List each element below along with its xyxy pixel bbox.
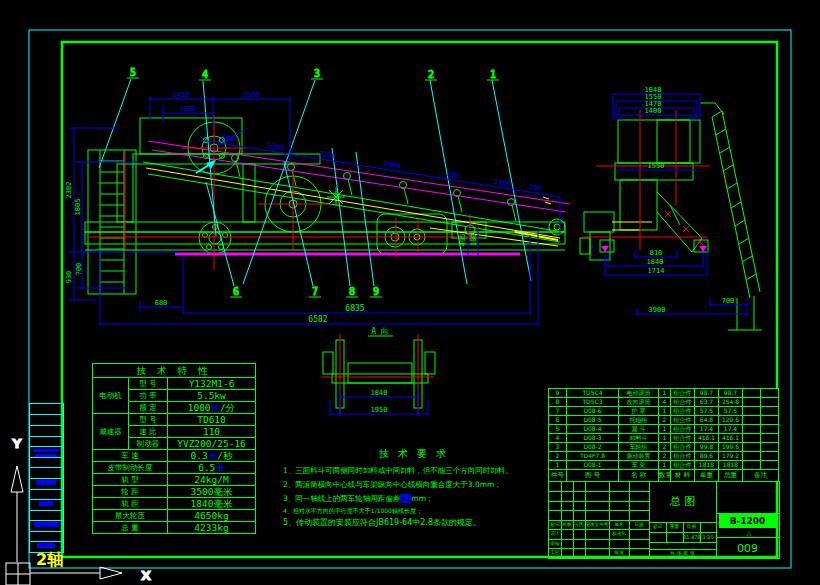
bom-cell: 89.6 bbox=[695, 452, 719, 461]
dim-label: 6582 bbox=[308, 315, 327, 324]
model-number[interactable]: B-1200 bbox=[719, 514, 776, 528]
bom-cell: TD4F7.8 bbox=[567, 452, 619, 461]
bom-cell: 2 bbox=[549, 452, 567, 461]
spec-label: 轨 型 bbox=[93, 474, 168, 486]
revision-mark: △ bbox=[739, 529, 759, 536]
bom-cell bbox=[761, 398, 779, 407]
tech-requirement-item: 4、相对水平方向的平行度不大于1/1000轴线长度； bbox=[283, 506, 545, 516]
tech-requirement-item: 5、传动装置的安装应符合JB619-64中2.8条款的规定。 bbox=[283, 516, 545, 529]
dim-label: 1950 bbox=[371, 406, 388, 414]
spec-value: 110 bbox=[168, 426, 256, 438]
rev-header: 标记 bbox=[549, 522, 561, 527]
svg-text:2: 2 bbox=[428, 69, 434, 80]
balloon-1: 1 bbox=[487, 69, 499, 80]
svg-text:7: 7 bbox=[312, 286, 318, 297]
spec-label: 最大轮压 bbox=[93, 510, 168, 522]
sign-label: 审核 bbox=[549, 541, 561, 546]
bom-cell: 护 罩 bbox=[619, 407, 659, 416]
bom-cell: 199.6 bbox=[719, 443, 743, 452]
balloon-7: 7 bbox=[309, 286, 321, 297]
spec-value: 4233kg bbox=[168, 522, 256, 534]
bom-header: 图 号 bbox=[567, 470, 619, 482]
bom-cell: D08-3 bbox=[567, 434, 619, 443]
bom-cell: 托辊组 bbox=[619, 416, 659, 425]
bom-cell: 电动滚筒 bbox=[619, 389, 659, 398]
balloon-4: 4 bbox=[199, 69, 211, 80]
title-block: 标记 处数 分区 更改文件号 签名 日期 设计 标准化 审核 工艺 批准 总 图… bbox=[548, 481, 780, 559]
selected-text[interactable]: ≤1 bbox=[400, 494, 411, 503]
bom-cell: 驱动装置 bbox=[619, 452, 659, 461]
bom-cell: D08-6 bbox=[567, 407, 619, 416]
spec-value: 1000转/分 bbox=[168, 402, 256, 414]
spec-value: Y132M1-6 bbox=[168, 378, 256, 390]
bom-cell: 组合件 bbox=[671, 461, 695, 470]
bom-cell: 2 bbox=[659, 452, 671, 461]
bom-cell: 129.6 bbox=[719, 416, 743, 425]
main-view-machine bbox=[85, 118, 565, 294]
bom-cell: 5 bbox=[549, 425, 567, 434]
svg-text:9: 9 bbox=[373, 286, 379, 297]
bom-cell: 63.7 bbox=[695, 398, 719, 407]
dim-label: 680 bbox=[155, 299, 168, 307]
spec-label: 型 号 bbox=[129, 414, 168, 426]
bom-cell: 组合件 bbox=[671, 398, 695, 407]
dim-label: 1450 bbox=[173, 91, 190, 99]
bom-cell: 416.1 bbox=[695, 434, 719, 443]
bom-cell bbox=[761, 452, 779, 461]
ucs-x-label: X bbox=[141, 568, 151, 583]
bom-header: 备注 bbox=[743, 470, 779, 482]
svg-text:3: 3 bbox=[314, 68, 320, 79]
bom-cell: 17.4 bbox=[695, 425, 719, 434]
left-margin-table bbox=[29, 403, 64, 553]
info-header: 比例 bbox=[683, 524, 700, 529]
axis-count-label: 2轴 bbox=[36, 550, 63, 571]
bom-cell bbox=[743, 452, 761, 461]
sheet-number: 009 bbox=[716, 539, 779, 558]
bom-cell: 漏 斗 bbox=[619, 425, 659, 434]
drawing-name: 总 图 bbox=[649, 490, 716, 514]
bom-cell: D08-5 bbox=[567, 416, 619, 425]
bom-cell bbox=[761, 461, 779, 470]
bom-cell bbox=[761, 416, 779, 425]
balloon-5: 5 bbox=[127, 67, 139, 78]
dim-label: 930 bbox=[65, 271, 73, 284]
bom-cell: 6 bbox=[549, 416, 567, 425]
tech-requirement-item: 2、两滚筒横向中心线与车架纵向中心线横向重合度大于3.0mm； bbox=[283, 478, 545, 492]
spec-value: 5.5kw bbox=[168, 390, 256, 402]
highlighted-text-block bbox=[39, 501, 53, 506]
bom-cell: 车轮组 bbox=[619, 443, 659, 452]
bom-cell: 组合件 bbox=[671, 425, 695, 434]
dim-label: 180 bbox=[470, 234, 478, 247]
dim-label: 700 bbox=[75, 263, 83, 276]
svg-text:1: 1 bbox=[490, 69, 496, 80]
bom-cell: D08-4 bbox=[567, 425, 619, 434]
balloon-3: 3 bbox=[311, 68, 323, 79]
bom-cell bbox=[743, 434, 761, 443]
bom-cell bbox=[761, 425, 779, 434]
bom-cell: 3 bbox=[549, 443, 567, 452]
detail-view-label: A 向 bbox=[371, 327, 389, 336]
svg-text:4: 4 bbox=[202, 69, 208, 80]
bom-cell: 64.8 bbox=[695, 416, 719, 425]
bom-header: 数量 bbox=[659, 470, 671, 482]
dim-label: 1500 bbox=[243, 91, 260, 99]
bom-cell bbox=[743, 461, 761, 470]
bom-cell bbox=[761, 443, 779, 452]
bom-header: 总重 bbox=[719, 470, 743, 482]
bom-cell: 57.5 bbox=[719, 407, 743, 416]
bom-cell: 组合件 bbox=[671, 389, 695, 398]
bom-cell: 1 bbox=[659, 434, 671, 443]
rev-header: 处数 bbox=[561, 522, 573, 527]
sign-label: 标准化 bbox=[609, 531, 629, 536]
info-header: 标记 bbox=[649, 524, 666, 529]
bom-header: 材 料 bbox=[671, 470, 695, 482]
spec-title: 技 术 特 性 bbox=[93, 364, 256, 378]
spec-value: TD610 bbox=[168, 414, 256, 426]
svg-text:6: 6 bbox=[233, 286, 239, 297]
bom-cell bbox=[743, 443, 761, 452]
bom-cell: 车 架 bbox=[619, 461, 659, 470]
dim-label: 1840 bbox=[647, 258, 664, 266]
bom-cell bbox=[743, 407, 761, 416]
direction-star-icon bbox=[327, 188, 345, 206]
bom-header: 单重 bbox=[695, 470, 719, 482]
